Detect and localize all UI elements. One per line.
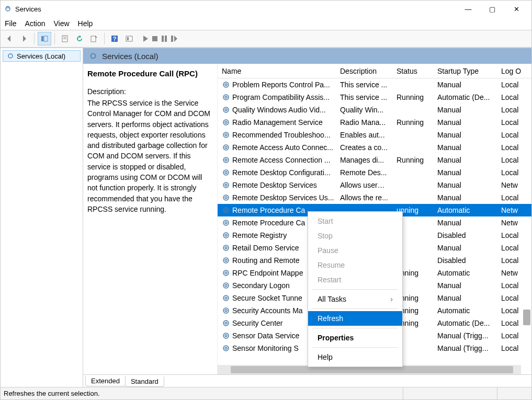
svg-point-23 [223, 120, 229, 125]
svg-rect-6 [91, 36, 96, 42]
ctx-pause: Pause [308, 243, 402, 258]
ctx-help[interactable]: Help [308, 350, 402, 364]
svg-rect-10 [127, 37, 129, 40]
service-name: Secondary Logon [232, 281, 290, 290]
service-row[interactable]: Remote Access Auto Connec...Creates a co… [218, 141, 531, 154]
service-row[interactable]: Problem Reports Control Pa...This servic… [218, 78, 531, 91]
maximize-button[interactable]: ▢ [480, 1, 504, 17]
properties-button[interactable] [58, 32, 72, 45]
service-icon [222, 156, 230, 164]
svg-point-50 [225, 284, 227, 287]
service-row[interactable]: Remote Desktop Services Us...Allows the … [218, 191, 531, 204]
svg-point-27 [223, 145, 229, 150]
detail-desc: The RPCSS service is the Service Control… [87, 98, 213, 214]
svg-point-26 [225, 134, 227, 136]
service-icon [222, 106, 230, 114]
service-row[interactable]: Recommended Troubleshoo...Enables aut...… [218, 129, 531, 141]
service-desc: This service ... [336, 81, 392, 89]
service-row[interactable]: Quality Windows Audio Vid...Quality Win.… [218, 104, 531, 116]
service-row[interactable]: Remote Desktop ServicesAllows users ...M… [218, 179, 531, 191]
menu-help[interactable]: Help [78, 19, 93, 28]
col-description[interactable]: Description [336, 64, 392, 78]
svg-point-32 [225, 172, 227, 174]
svg-rect-9 [126, 36, 132, 41]
svg-point-37 [223, 208, 229, 213]
service-icon [222, 206, 230, 214]
service-name: Secure Socket Tunne [232, 294, 302, 302]
back-button[interactable] [3, 32, 16, 45]
service-name: Program Compatibility Assis... [232, 93, 330, 101]
service-desc: This service ... [336, 93, 392, 101]
menu-view[interactable]: View [53, 19, 69, 28]
service-row[interactable]: Radio Management ServiceRadio Mana...Run… [218, 116, 531, 129]
content-header: Services (Local) [83, 48, 531, 64]
pause-icon[interactable] [161, 35, 167, 42]
export-button[interactable] [87, 32, 101, 45]
svg-rect-13 [165, 36, 167, 42]
service-desc: Allows the re... [336, 193, 392, 202]
refresh-button[interactable] [73, 32, 86, 45]
service-name: Remote Access Connection ... [232, 156, 331, 164]
service-name: Problem Reports Control Pa... [232, 81, 330, 89]
service-name: Recommended Troubleshoo... [232, 131, 331, 139]
vertical-scrollbar[interactable] [522, 127, 531, 336]
service-startup: Automatic [433, 206, 497, 214]
ctx-properties[interactable]: Properties [308, 330, 402, 345]
service-status: Running [392, 93, 433, 101]
col-log-on[interactable]: Log O [497, 64, 528, 78]
service-name: Remote Procedure Ca [232, 219, 305, 227]
service-name: Remote Access Auto Connec... [232, 143, 333, 152]
menu-file[interactable]: File [5, 19, 17, 28]
forward-button[interactable] [17, 32, 31, 45]
tree-item-services-local[interactable]: Services (Local) [3, 50, 81, 62]
svg-point-46 [225, 259, 227, 261]
svg-point-36 [225, 197, 227, 199]
service-icon [222, 294, 230, 302]
help-button[interactable]: ? [108, 32, 121, 45]
service-desc: Allows users ... [336, 181, 392, 189]
menu-action[interactable]: Action [25, 19, 46, 28]
service-status: Running [392, 118, 433, 127]
col-startup-type[interactable]: Startup Type [433, 64, 497, 78]
svg-rect-14 [171, 36, 173, 42]
svg-point-42 [225, 234, 227, 236]
service-logon: Local [497, 81, 528, 89]
svg-point-38 [225, 209, 227, 211]
service-row[interactable]: Program Compatibility Assis...This servi… [218, 91, 531, 104]
service-desc: Remote Des... [336, 168, 392, 177]
play-icon[interactable] [142, 35, 149, 42]
tree-item-label: Services (Local) [17, 52, 65, 60]
service-name: RPC Endpoint Mappe [232, 269, 303, 277]
service-startup: Manual [433, 118, 497, 127]
service-icon [222, 244, 230, 252]
svg-point-59 [223, 346, 229, 351]
ctx-all-tasks[interactable]: All Tasks [308, 292, 402, 306]
filter-button[interactable] [122, 32, 136, 45]
tree-pane: Services (Local) [1, 48, 83, 387]
list-header: Name Description Status Startup Type Log… [218, 64, 531, 78]
col-status[interactable]: Status [392, 64, 433, 78]
detail-desc-label: Description: [87, 87, 213, 96]
restart-icon[interactable] [171, 35, 178, 42]
svg-point-30 [225, 159, 227, 161]
minimize-button[interactable]: — [456, 1, 480, 17]
ctx-refresh[interactable]: Refresh [308, 311, 402, 326]
service-row[interactable]: Remote Desktop Configurati...Remote Des.… [218, 166, 531, 179]
svg-point-44 [225, 247, 227, 249]
service-logon: Local [497, 344, 528, 352]
svg-rect-12 [162, 36, 164, 42]
service-name: Remote Desktop Services [232, 181, 317, 189]
service-name: Sensor Monitoring S [232, 344, 299, 352]
service-name: Remote Desktop Configurati... [232, 168, 331, 177]
tab-standard[interactable]: Standard [125, 376, 164, 387]
close-button[interactable]: ✕ [504, 1, 528, 17]
toolbar: ? [1, 30, 531, 48]
col-name[interactable]: Name [218, 64, 336, 78]
stop-icon[interactable] [152, 36, 158, 42]
service-logon: Local [497, 93, 528, 101]
svg-point-24 [225, 121, 227, 123]
service-row[interactable]: Remote Access Connection ...Manages di..… [218, 154, 531, 166]
tab-extended[interactable]: Extended [85, 376, 126, 386]
show-hide-tree-button[interactable] [38, 32, 51, 45]
service-icon [222, 181, 230, 189]
